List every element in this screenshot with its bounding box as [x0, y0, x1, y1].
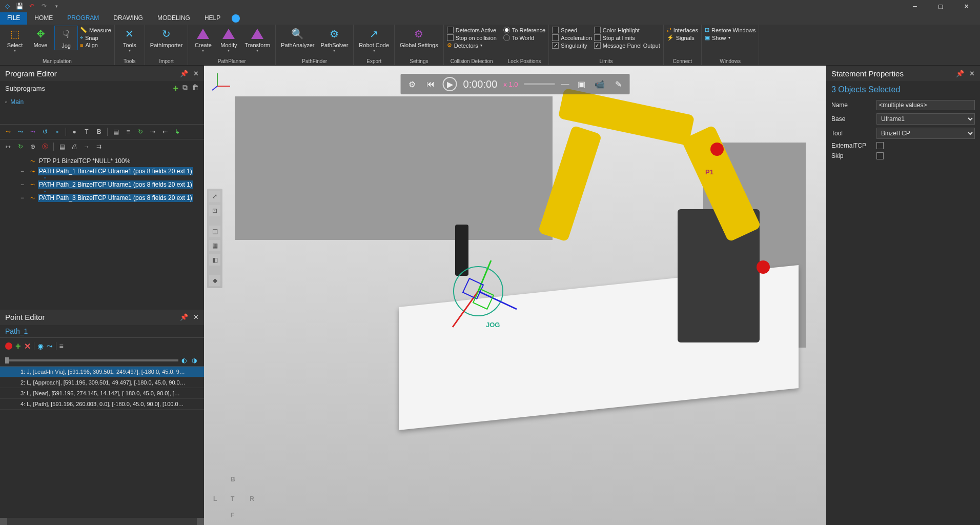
pt-icon-10[interactable]: ≡	[123, 127, 133, 137]
point-list-item[interactable]: 2: L, [Approach], [591.196, 309.501, 49.…	[0, 377, 204, 388]
cube-l[interactable]: L	[213, 495, 217, 502]
pe-record-button[interactable]	[5, 342, 12, 350]
robotcode-button[interactable]: ↗Robot Code▾	[357, 26, 391, 54]
vp-ic1[interactable]: ▣	[575, 78, 587, 90]
sing-check[interactable]: Singularity	[552, 42, 592, 49]
pt-icon-4[interactable]: ↺	[40, 127, 50, 137]
pathimporter-button[interactable]: ↻PathImporter	[148, 26, 185, 49]
detectors-active-check[interactable]: Detectors Active	[447, 27, 497, 33]
cube-r[interactable]: R	[250, 495, 254, 502]
sp-close-icon[interactable]: ✕	[969, 70, 975, 77]
pt-icon-11[interactable]: ↻	[135, 127, 146, 137]
point-list-item[interactable]: 1: J, [Lead-In Via], [591.196, 309.501, …	[0, 367, 204, 377]
transform-button[interactable]: Transform▾	[242, 26, 272, 54]
pt-icon-8[interactable]: B	[94, 127, 104, 137]
interfaces-button[interactable]: ⇄Interfaces	[667, 27, 698, 33]
jog-gizmo[interactable]: JOG	[445, 260, 522, 332]
scroll-right-icon[interactable]	[197, 518, 204, 525]
pt2-5[interactable]: ▤	[57, 142, 67, 152]
save-icon[interactable]: 💾	[14, 1, 25, 11]
tab-program[interactable]: PROGRAM	[60, 12, 106, 25]
play-button[interactable]: ▶	[443, 77, 457, 91]
undo-icon[interactable]: ↶	[27, 1, 37, 11]
sp-name-input[interactable]	[876, 100, 975, 110]
tab-drawing[interactable]: DRAWING	[106, 12, 150, 25]
pt-icon-1[interactable]: ⤳	[3, 127, 13, 137]
stoplim-check[interactable]: Stop at limits	[594, 34, 660, 41]
pe-t1[interactable]: ◉	[37, 342, 44, 350]
tab-help[interactable]: HELP	[197, 12, 228, 25]
maximize-button[interactable]: ▢	[929, 0, 952, 12]
close-button[interactable]: ✕	[954, 0, 978, 12]
speed-check[interactable]: Speed	[552, 27, 592, 33]
pe-t3[interactable]: ≡	[59, 342, 64, 350]
sp-pin-icon[interactable]: 📌	[956, 70, 964, 77]
detectors-button[interactable]: ⚙Detectors ▾	[447, 42, 497, 49]
pt-icon-9[interactable]: ▤	[111, 127, 121, 137]
view-cube[interactable]: B L T R F	[213, 476, 254, 517]
settings-icon[interactable]: ⚙	[406, 78, 418, 90]
close-panel-icon[interactable]: ✕	[193, 70, 199, 77]
tab-modeling[interactable]: MODELING	[150, 12, 197, 25]
pt2-2[interactable]: ↻	[15, 142, 26, 152]
vps-1[interactable]: ⤢	[209, 191, 220, 202]
restore-windows-button[interactable]: ⊞Restore Windows	[705, 27, 756, 33]
help-badge-icon[interactable]	[232, 14, 240, 23]
pt-icon-5[interactable]: ▫	[52, 127, 63, 137]
skip-start-icon[interactable]: ⏮	[424, 78, 437, 90]
redo-icon[interactable]: ↷	[39, 1, 49, 11]
vps-2[interactable]: ⊡	[209, 205, 220, 216]
program-tree-row[interactable]: −⤳PATH Path_2 BinzelTCP Uframe1 (pos 8 f…	[0, 179, 204, 190]
select-button[interactable]: ⬚Select▾	[3, 26, 27, 54]
vp-ic2[interactable]: 📹	[594, 78, 606, 90]
sp-ext-check[interactable]	[876, 142, 884, 149]
pe-t2[interactable]: ⤳	[47, 342, 53, 350]
minimize-button[interactable]: ─	[903, 0, 927, 12]
qat-more-icon[interactable]: ▾	[51, 1, 62, 11]
pe-slider-end1[interactable]: ◐	[181, 357, 189, 364]
cube-t[interactable]: T	[231, 495, 234, 502]
pt-icon-3[interactable]: ⤳	[28, 127, 38, 137]
pt2-7[interactable]: →	[81, 142, 92, 152]
sp-base-select[interactable]: Uframe1	[876, 113, 975, 125]
viewport-3d[interactable]: P1 JOG ⚙ ⏮ ▶ 0:00:0	[204, 66, 826, 525]
vps-4[interactable]: ▦	[209, 240, 220, 251]
color-check[interactable]: Color Highlight	[594, 27, 660, 33]
pe-pin-icon[interactable]: 📌	[180, 313, 188, 321]
sp-skip-check[interactable]	[876, 152, 884, 159]
measure-button[interactable]: 📏Measure	[80, 27, 111, 33]
accel-check[interactable]: Acceleration	[552, 34, 592, 41]
pt-icon-12[interactable]: ⇢	[148, 127, 158, 137]
modify-button[interactable]: Modify▾	[217, 26, 240, 54]
snap-button[interactable]: ⌖Snap	[80, 34, 111, 41]
program-tree-row[interactable]: −⤳PATH Path_3 BinzelTCP Uframe1 (pos 8 f…	[0, 193, 204, 203]
vps-3[interactable]: ◫	[209, 226, 220, 237]
pe-add-button[interactable]: +	[15, 341, 21, 352]
stop-collision-check[interactable]: Stop on collision	[447, 34, 497, 41]
pt-icon-2[interactable]: ⤳	[15, 127, 26, 137]
pt-icon-13[interactable]: ⇠	[160, 127, 170, 137]
playback-speed[interactable]: x 1.0	[503, 80, 518, 88]
move-button[interactable]: ✥Move	[29, 26, 52, 49]
scroll-left-icon[interactable]	[0, 518, 7, 525]
point-list-item[interactable]: 3: L, [Near], [591.196, 274.145, 14.142]…	[0, 388, 204, 399]
align-button[interactable]: ≡Align	[80, 42, 111, 48]
pe-slider-end2[interactable]: ◑	[192, 357, 199, 364]
pe-slider[interactable]: ◐ ◑	[0, 355, 204, 366]
tab-home[interactable]: HOME	[27, 12, 60, 25]
create-button[interactable]: Create▾	[191, 26, 215, 54]
pt-icon-6[interactable]: ●	[69, 127, 79, 137]
pt2-3[interactable]: ⊕	[28, 142, 38, 152]
pt2-1[interactable]: ↦	[3, 142, 13, 152]
show-button[interactable]: ▣Show ▾	[705, 34, 756, 41]
program-tree-row[interactable]: ⤳PTP P1 BinzelTCP *NULL* 100%	[0, 156, 204, 166]
msg-check[interactable]: Message Panel Output	[594, 42, 660, 49]
pathsolver-button[interactable]: ⚙PathSolver▾	[319, 26, 351, 54]
pe-close-icon[interactable]: ✕	[193, 313, 199, 321]
pathanalyzer-button[interactable]: 🔍PathAnalyzer	[279, 26, 316, 49]
globalsettings-button[interactable]: ⚙Global Settings	[398, 26, 440, 49]
pt2-6[interactable]: 🖨	[69, 142, 79, 152]
point-list-item[interactable]: 4: L, [Path], [591.196, 260.003, 0.0], […	[0, 399, 204, 410]
tab-file[interactable]: FILE	[0, 12, 27, 25]
to-world-radio[interactable]: To World	[503, 34, 545, 41]
